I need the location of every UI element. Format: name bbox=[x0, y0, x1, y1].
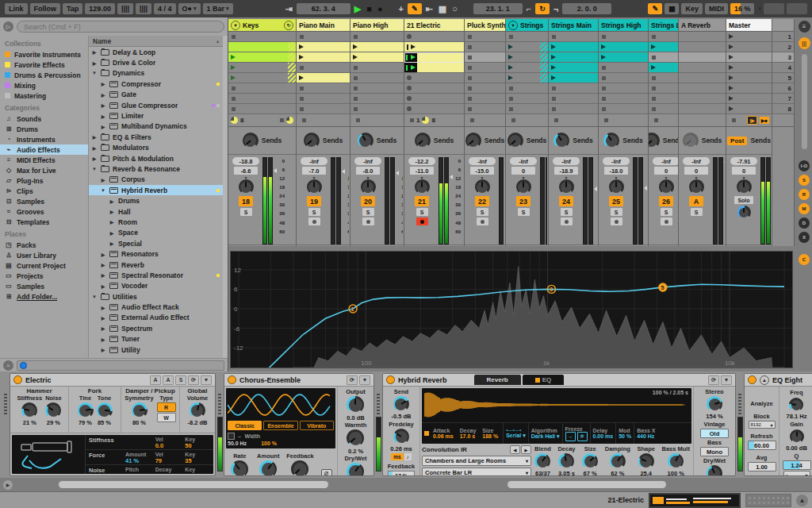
clip-slot[interactable] bbox=[679, 94, 726, 104]
track-header-master[interactable]: Master bbox=[726, 19, 772, 32]
clip-slot[interactable] bbox=[506, 32, 548, 42]
scene-number-8[interactable]: 8 bbox=[772, 104, 794, 114]
param-cell[interactable]: Vel0.0 bbox=[154, 435, 184, 449]
arm-button[interactable] bbox=[561, 217, 573, 225]
sidebar-item-drums[interactable]: ⊞Drums bbox=[0, 124, 88, 134]
hpf-frequency[interactable]: 50.0 Hz bbox=[228, 441, 247, 446]
back-to-arrangement-icon[interactable]: ↻ bbox=[284, 21, 293, 30]
volume-display[interactable]: -15.0 bbox=[470, 167, 494, 175]
horizontal-scrollbar[interactable] bbox=[59, 481, 328, 488]
tree-item-eq-filters[interactable]: ▶EQ & Filters bbox=[89, 132, 223, 142]
group-fold-icon[interactable]: ▾ bbox=[508, 21, 518, 30]
clip-slot[interactable] bbox=[350, 52, 404, 63]
solo-button[interactable]: S bbox=[561, 208, 573, 216]
search-input[interactable] bbox=[17, 21, 224, 33]
sidebar-item-audio-effects[interactable]: ⌁Audio Effects bbox=[0, 144, 88, 155]
nudge-down-button[interactable]: |||| bbox=[117, 3, 133, 14]
symmetry-knob[interactable] bbox=[132, 402, 147, 418]
nudge-up-button[interactable]: |||| bbox=[136, 3, 151, 14]
draw-mode-button[interactable]: ✎ bbox=[408, 3, 422, 14]
follow-button[interactable]: Follow bbox=[30, 3, 61, 14]
device-on-toggle[interactable] bbox=[386, 375, 395, 384]
q-value[interactable]: 1.24 bbox=[783, 460, 811, 470]
dry-wet-knob[interactable] bbox=[707, 465, 722, 476]
scene-menu-icon[interactable]: ≡ bbox=[799, 21, 810, 33]
device-on-toggle[interactable] bbox=[748, 375, 756, 384]
tree-item-hall[interactable]: ▶Hall bbox=[89, 206, 223, 217]
hotswap-icon[interactable]: ⟳ bbox=[188, 375, 199, 385]
send-a-knob[interactable] bbox=[465, 133, 481, 148]
clip-slot[interactable] bbox=[465, 83, 505, 94]
bass-mono-select[interactable]: Mono bbox=[700, 447, 729, 456]
clip-slot[interactable] bbox=[350, 63, 404, 73]
clip-slot[interactable] bbox=[649, 73, 678, 83]
header-button-a[interactable]: A bbox=[163, 375, 174, 385]
sidebar-item-plug-ins[interactable]: ▱Plug-Ins bbox=[0, 175, 88, 186]
pan-knob[interactable] bbox=[361, 179, 376, 194]
solo-button[interactable]: S bbox=[691, 208, 703, 216]
sidebar-item-max-for-live[interactable]: ◇Max for Live bbox=[0, 165, 88, 175]
header-button-a[interactable]: A bbox=[150, 375, 161, 385]
mode-button-ensemble[interactable]: Ensemble bbox=[263, 421, 297, 430]
tab-eq[interactable]: EQ bbox=[523, 375, 565, 385]
peak-level-display[interactable]: -12.2 bbox=[408, 157, 435, 165]
peak-level-display[interactable]: -Inf bbox=[354, 157, 381, 165]
stop-all-track-button[interactable] bbox=[280, 118, 284, 122]
clip-slot[interactable] bbox=[549, 104, 598, 114]
scene-launch-button[interactable] bbox=[726, 42, 772, 52]
clip-slot[interactable] bbox=[465, 42, 505, 52]
tree-item-drums[interactable]: ▶Drums bbox=[89, 195, 223, 206]
scene-number-1[interactable]: 1 bbox=[772, 32, 794, 42]
knob-knob[interactable] bbox=[790, 429, 804, 444]
clip-slot[interactable] bbox=[649, 63, 678, 73]
pan-knob[interactable] bbox=[609, 179, 624, 194]
feedback-value[interactable]: 17 % bbox=[388, 471, 415, 476]
tree-item-external-audio-effect[interactable]: ▶External Audio Effect bbox=[89, 313, 223, 323]
clip-slot[interactable] bbox=[679, 104, 726, 114]
mixer-toggle-icon[interactable]: ||| bbox=[799, 37, 810, 49]
peak-level-display[interactable]: -Inf bbox=[603, 157, 630, 165]
tree-item-multiband-dynamics[interactable]: ▶Multiband Dynamics bbox=[89, 121, 223, 132]
pan-knob[interactable] bbox=[415, 179, 430, 194]
clip-slot[interactable] bbox=[350, 73, 404, 83]
clip-slot[interactable] bbox=[350, 104, 404, 114]
volume-display[interactable]: -6.6 bbox=[234, 167, 258, 175]
key-map-button[interactable]: Key bbox=[681, 3, 703, 14]
scene-launch-button[interactable] bbox=[726, 52, 772, 63]
stop-all-track-button[interactable] bbox=[654, 118, 658, 122]
follow-playhead-icon[interactable]: ⇥ bbox=[284, 4, 294, 14]
clip-detail-toggle-icon[interactable]: ▲ bbox=[796, 495, 808, 506]
metronome-button[interactable]: O●▾ bbox=[178, 3, 201, 14]
clip-slot[interactable] bbox=[549, 32, 598, 42]
param-mod[interactable]: Mod50 % bbox=[616, 423, 634, 444]
scene-number-5[interactable]: 5 bbox=[772, 73, 794, 83]
clip-slot[interactable] bbox=[649, 94, 678, 104]
quantization-menu[interactable]: 1 Bar▾ bbox=[203, 3, 233, 14]
clip-slot[interactable] bbox=[228, 94, 296, 104]
clip-slot[interactable] bbox=[506, 52, 548, 63]
session-grid-icon[interactable]: ▦ bbox=[437, 4, 448, 14]
clip-slot[interactable] bbox=[679, 42, 726, 52]
tree-item-pitch-modulation[interactable]: ▶Pitch & Modulation bbox=[89, 153, 223, 164]
clip-slot[interactable] bbox=[297, 83, 350, 94]
clip-slot[interactable] bbox=[679, 52, 726, 63]
arm-button[interactable] bbox=[416, 217, 428, 225]
clip-slot[interactable] bbox=[649, 83, 678, 94]
track-activator-button[interactable]: A bbox=[689, 196, 703, 206]
size-knob[interactable] bbox=[582, 453, 598, 469]
sidebar-item-samples[interactable]: ▭Samples bbox=[0, 281, 88, 291]
header-button-s[interactable]: S bbox=[175, 375, 186, 385]
preview-tab[interactable] bbox=[17, 360, 224, 371]
track-header-21-electric[interactable]: 21 Electric bbox=[404, 19, 464, 32]
stop-all-track-button[interactable] bbox=[302, 118, 306, 122]
horizontal-scrollbar[interactable] bbox=[508, 481, 666, 488]
mixer-section-toggle-m[interactable]: M bbox=[799, 203, 810, 214]
send-a-knob[interactable] bbox=[553, 133, 569, 148]
pan-knob[interactable] bbox=[559, 179, 574, 194]
session-record-indicator[interactable]: |▶ bbox=[747, 116, 756, 125]
hotswap-icon[interactable]: ⟳ bbox=[708, 375, 719, 385]
tree-item-dynamics[interactable]: ▼Dynamics bbox=[89, 68, 223, 79]
stop-all-track-button[interactable] bbox=[511, 118, 515, 122]
clip-slot[interactable] bbox=[404, 32, 464, 42]
sidebar-item-drums-percussion[interactable]: Drums & Percussion bbox=[0, 70, 88, 80]
